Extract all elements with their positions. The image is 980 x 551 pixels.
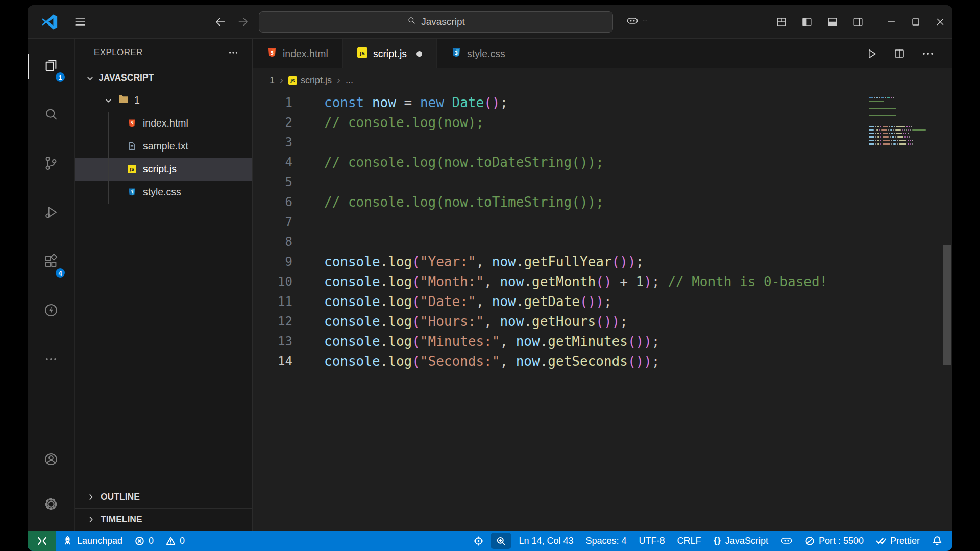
maximize-button[interactable] [903,5,928,38]
token: , [500,334,516,349]
token: . [540,354,548,369]
minimap-line [869,101,926,102]
token: () [484,95,500,110]
status-launchpad[interactable]: Launchpad [56,531,129,551]
line-content: console.log("Month:", now.getMonth() + 1… [306,272,827,292]
file-index.html[interactable]: 5index.html [75,112,252,135]
token: . [524,274,532,289]
line-number: 1 [253,93,306,113]
activity-run-debug[interactable] [28,189,74,238]
status-notifications[interactable] [926,531,948,551]
window-controls [879,5,952,38]
token: console [324,274,380,289]
activity-thunder-client[interactable] [28,287,74,336]
token: now [500,314,524,329]
back-arrow-icon[interactable] [214,15,227,29]
activity-search[interactable] [28,91,74,140]
folder-row[interactable]: 1 [75,89,252,112]
source-control-icon [43,156,59,173]
minimap-segment [910,140,911,141]
status-errors[interactable]: 0 [129,531,160,551]
token: ; [652,334,660,349]
code-line-7: 7 [253,212,952,232]
file-script.js[interactable]: JSscript.js [75,158,252,181]
minimap[interactable] [869,97,926,147]
split-editor-icon[interactable] [893,47,905,60]
tab-script.js[interactable]: JSscript.js [343,39,437,68]
status-encoding[interactable]: UTF-8 [633,531,671,551]
editor-scrollbar[interactable] [943,245,951,365]
activity-accounts[interactable] [28,438,74,483]
titlebar: Javascript [28,5,952,39]
token: . [380,354,388,369]
close-button[interactable] [928,5,952,38]
token: ) [628,254,636,269]
activity-bar-bottom [28,438,74,531]
status-indentation[interactable]: Spaces: 4 [580,531,633,551]
activity-source-control[interactable] [28,140,74,189]
status-language[interactable]: {}JavaScript [707,531,774,551]
breadcrumb-item[interactable]: ... [346,75,353,86]
tab-index.html[interactable]: 5index.html [253,39,343,68]
toggle-secondary-sidebar-icon[interactable] [852,16,864,28]
status-cursor-position[interactable]: Ln 14, Col 43 [512,531,579,551]
status-warnings[interactable]: 0 [160,531,191,551]
code-line-4: 4// console.log(now.toDateString()); [253,153,952,172]
menu-icon[interactable] [74,15,87,29]
forward-arrow-icon[interactable] [236,15,250,29]
toggle-panel-icon[interactable] [827,16,838,28]
activity-extensions[interactable]: 4 [28,238,74,287]
status-zoom[interactable] [491,533,511,549]
run-code-icon[interactable] [865,47,878,60]
workspace-section[interactable]: JAVASCRIPT [75,66,252,89]
code-line-10: 10console.log("Month:", now.getMonth() +… [253,272,952,292]
customize-layout-icon[interactable] [776,16,787,28]
status-target[interactable] [468,531,489,551]
minimap-segment [891,140,892,141]
status-port[interactable]: Port : 5500 [799,531,870,551]
line-content: // console.log(now.toDateString()); [306,153,604,172]
activity-explorer[interactable]: 1 [28,42,74,91]
minimap-segment [908,129,909,131]
panel-outline[interactable]: OUTLINE [75,486,252,508]
toggle-primary-sidebar-icon[interactable] [801,16,813,28]
explorer-header: EXPLORER [75,39,252,66]
token: ( [412,254,420,269]
token: () [596,274,611,289]
status-eol[interactable]: CRLF [671,531,707,551]
copilot-menu-button[interactable] [626,15,649,29]
activity-settings[interactable] [28,483,74,528]
status-copilot[interactable] [774,531,799,551]
minimap-segment [899,143,906,145]
status-remote-indicator[interactable] [28,531,56,551]
search-text: Javascript [421,16,465,28]
minimap-line [869,133,926,134]
line-content: const now = new Date(); [306,93,508,113]
minimap-segment [880,140,881,141]
code-editor[interactable]: 1const now = new Date();2// console.log(… [253,92,952,531]
minimap-segment [869,140,874,141]
activity-more[interactable] [28,336,74,385]
minimize-button[interactable] [879,5,903,38]
svg-text:JS: JS [290,79,295,83]
tab-style.css[interactable]: 3style.css [437,39,520,68]
file-style.css[interactable]: 3style.css [75,181,252,204]
minimap-segment [893,143,896,145]
html-file-icon: 5 [267,47,277,60]
breadcrumb-item[interactable]: 1 [270,75,275,86]
minimap-segment [869,101,884,102]
editor-more-icon[interactable] [921,46,935,61]
minimap-segment [904,136,906,138]
breadcrumb-separator: › [280,74,283,86]
token: // console.log(now.toDateString()); [324,155,604,170]
minimap-segment [897,140,898,141]
panel-timeline[interactable]: TIMELINE [75,508,252,531]
command-center-search[interactable]: Javascript [259,11,613,33]
status-prettier[interactable]: Prettier [870,531,926,551]
token: ( [412,334,420,349]
explorer-more-icon[interactable] [228,47,239,58]
file-sample.txt[interactable]: sample.txt [75,135,252,158]
breadcrumb-item[interactable]: JSscript.js [288,75,332,86]
error-icon [135,536,144,546]
token: getMinutes [548,334,628,349]
